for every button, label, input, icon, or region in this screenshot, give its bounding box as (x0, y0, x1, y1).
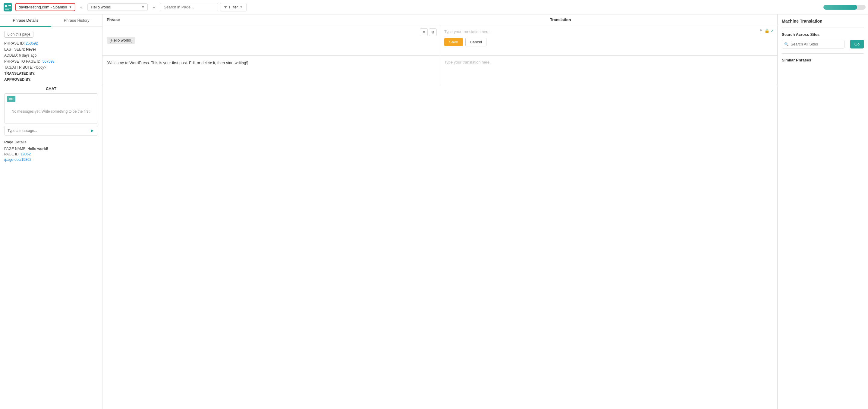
phrase-to-page-id-row: PHRASE TO PAGE ID: 567598 (4, 59, 98, 64)
chat-heading: CHAT (4, 87, 98, 91)
left-panel-tabs: Phrase Details Phrase History (0, 14, 102, 27)
phrase-cell-2: [Welcome to WordPress. This is your firs… (102, 56, 440, 86)
chevron-down-icon: ▼ (69, 5, 72, 9)
added-label: ADDED: (4, 53, 18, 58)
phrase-to-page-id-link[interactable]: 567598 (42, 59, 55, 64)
chevron-down-icon: ▼ (240, 5, 243, 9)
tag-attribute-value: <body> (34, 65, 46, 70)
page-url-link[interactable]: /page-doc/19862 (4, 158, 31, 162)
check-icon: ✓ (771, 28, 774, 33)
page-id-label: PAGE ID: (4, 152, 20, 156)
search-across-row: Go (782, 40, 864, 48)
left-panel-content: 0 on this page PHRASE ID: 253592 LAST SE… (0, 27, 102, 409)
center-header: Phrase Translation (102, 14, 777, 25)
flag-icon: ⚑ (759, 28, 763, 33)
phrase-copy-icon[interactable]: ⧉ (429, 28, 437, 36)
filter-icon: ⧨ (224, 5, 227, 10)
search-across-title: Search Across Sites (782, 32, 864, 37)
cancel-button-1[interactable]: Cancel (465, 38, 487, 46)
approved-by-row: APPROVED BY: (4, 77, 98, 81)
tag-attribute-row: TAG/ATTRIBUTE: <body> (4, 65, 98, 70)
chat-input-row: ► (4, 126, 98, 136)
page-selector-label: Hello world! (91, 5, 140, 9)
translation-placeholder-2: Type your translation here. (444, 60, 773, 64)
nav-arrows: « (77, 3, 86, 11)
phrase-row-1: ≡ ⧉ [Hello world!] ⚑ 🔒 ✓ Type your trans… (102, 25, 777, 56)
svg-rect-5 (5, 9, 9, 10)
on-this-page-badge: 0 on this page (4, 31, 33, 38)
page-url-row: /page-doc/19862 (4, 158, 98, 162)
lock-icon: 🔒 (764, 28, 770, 33)
translation-actions-1: Save Cancel (444, 38, 773, 46)
page-name-label: PAGE NAME: (4, 147, 27, 151)
machine-translation-title: Machine Translation (782, 19, 864, 24)
chat-empty-message: No messages yet. Write something to be t… (4, 104, 98, 118)
app-logo[interactable] (2, 2, 13, 13)
phrase-text-1: [Hello world!] (107, 37, 135, 44)
toolbar: david-testing.com - Spanish ▼ « Hello wo… (0, 0, 868, 14)
chat-send-button[interactable]: ► (87, 126, 98, 135)
added-row: ADDED: 6 days ago (4, 53, 98, 58)
phrase-cell-1: ≡ ⧉ [Hello world!] (102, 25, 440, 56)
svg-rect-2 (8, 5, 11, 6)
search-all-sites-input[interactable] (782, 40, 844, 48)
progress-bar-fill (824, 5, 857, 10)
similar-phrases-title: Similar Phrases (782, 58, 864, 62)
translated-by-row: TRANSLATED BY: (4, 71, 98, 76)
translation-placeholder-1: Type your translation here. (444, 30, 773, 34)
added-value: 6 days ago (19, 53, 37, 58)
translated-by-label: TRANSLATED BY: (4, 71, 36, 76)
last-seen-label: LAST SEEN: (4, 47, 25, 52)
svg-rect-0 (4, 3, 12, 11)
right-panel: Machine Translation Search Across Sites … (778, 14, 868, 409)
left-panel: Phrase Details Phrase History 0 on this … (0, 14, 102, 409)
phrase-to-page-id-label: PHRASE TO PAGE ID: (4, 59, 41, 64)
site-selector-label: david-testing.com - Spanish (19, 5, 67, 9)
phrase-id-label: PHRASE ID: (4, 41, 25, 45)
phrase-id-link[interactable]: 253592 (26, 41, 38, 45)
phrase-id-row: PHRASE ID: 253592 (4, 41, 98, 45)
chat-message-input[interactable] (4, 127, 87, 135)
page-name-value: Hello world! (27, 147, 48, 151)
approved-by-label: APPROVED BY: (4, 77, 31, 81)
svg-rect-1 (5, 5, 7, 7)
last-seen-value: Never (26, 47, 36, 52)
page-name-row: PAGE NAME: Hello world! (4, 147, 98, 151)
search-in-page-input[interactable] (160, 3, 218, 11)
filter-label: Filter (229, 5, 238, 9)
page-details-section: Page Details PAGE NAME: Hello world! PAG… (4, 140, 98, 162)
go-button[interactable]: Go (850, 40, 864, 48)
filter-button[interactable]: ⧨ Filter ▼ (220, 3, 247, 11)
prev-arrow[interactable]: « (77, 3, 86, 11)
phrase-icons: ≡ ⧉ (420, 28, 437, 36)
nav-arrows-right: » (150, 3, 158, 11)
phrase-text-2: [Welcome to WordPress. This is your firs… (107, 60, 435, 66)
save-button-1[interactable]: Save (444, 38, 463, 46)
center-panel: Phrase Translation ≡ ⧉ [Hello world!] ⚑ … (102, 14, 778, 409)
chevron-down-icon: ▼ (141, 5, 144, 9)
phrase-list-icon[interactable]: ≡ (420, 28, 428, 36)
phrase-row-2: [Welcome to WordPress. This is your firs… (102, 56, 777, 86)
chat-box: DP No messages yet. Write something to b… (4, 93, 98, 124)
translation-column-header: Translation (550, 18, 773, 22)
tag-attribute-label: TAG/ATTRIBUTE: (4, 65, 33, 70)
main-layout: Phrase Details Phrase History 0 on this … (0, 14, 868, 409)
progress-bar (824, 5, 866, 10)
page-id-link[interactable]: 19862 (21, 152, 30, 156)
page-id-row: PAGE ID: 19862 (4, 152, 98, 156)
page-selector[interactable]: Hello world! ▼ (87, 3, 148, 11)
translation-cell-2: Type your translation here. (440, 56, 777, 86)
site-selector[interactable]: david-testing.com - Spanish ▼ (15, 3, 75, 11)
phrase-column-header: Phrase (107, 18, 550, 22)
svg-rect-3 (8, 7, 11, 7)
chat-avatar: DP (7, 96, 16, 102)
tab-phrase-details[interactable]: Phrase Details (0, 14, 51, 27)
tab-phrase-history[interactable]: Phrase History (51, 14, 102, 27)
translation-meta-icons: ⚑ 🔒 ✓ (759, 28, 774, 33)
last-seen-row: LAST SEEN: Never (4, 47, 98, 52)
search-across-wrapper (782, 40, 848, 48)
translation-cell-1: ⚑ 🔒 ✓ Type your translation here. Save C… (440, 25, 777, 56)
next-arrow[interactable]: » (150, 3, 158, 11)
page-details-title: Page Details (4, 140, 98, 144)
svg-rect-4 (5, 8, 11, 8)
